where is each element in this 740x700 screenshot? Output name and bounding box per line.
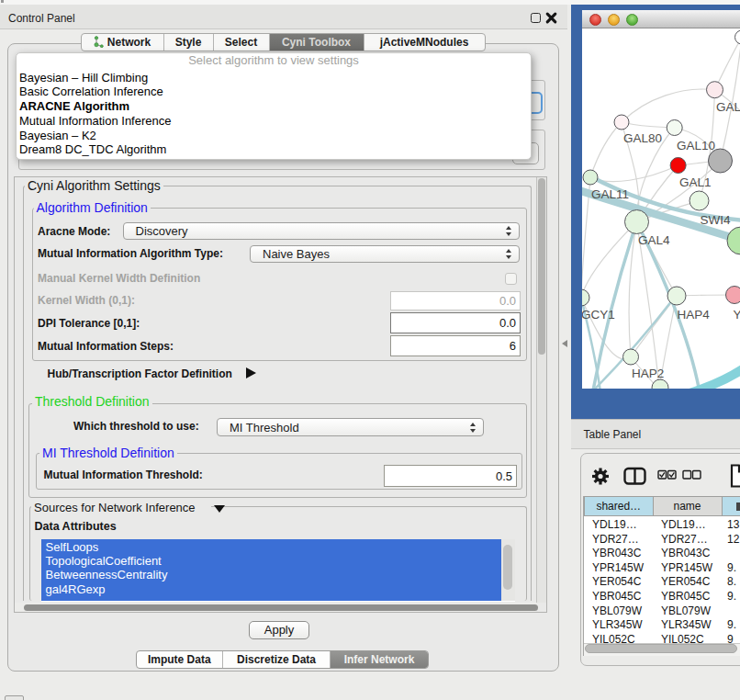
svg-text:HAP2: HAP2 xyxy=(632,367,664,380)
svg-text:HAP4: HAP4 xyxy=(678,308,711,322)
svg-text:Y: Y xyxy=(734,308,740,322)
svg-text:SWI4: SWI4 xyxy=(701,213,731,227)
svg-text:GAL11: GAL11 xyxy=(591,187,629,201)
svg-text:GAL10: GAL10 xyxy=(677,139,715,152)
svg-text:GAL80: GAL80 xyxy=(623,131,662,145)
svg-text:GCY1: GCY1 xyxy=(582,308,615,322)
svg-text:GAL1: GAL1 xyxy=(679,175,712,189)
svg-text:GAL2: GAL2 xyxy=(716,100,740,114)
svg-text:GAL4: GAL4 xyxy=(638,233,670,247)
